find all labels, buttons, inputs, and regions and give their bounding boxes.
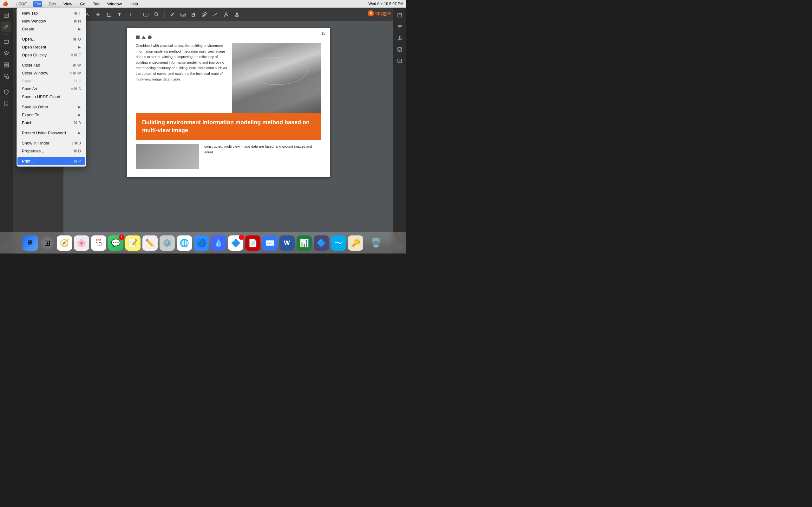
menu-shortcut-close-window: ⇧⌘ W (69, 71, 81, 75)
dropdown-overlay[interactable]: New Tab ⌘ T New Window ⌘ N Create ▶ Open… (0, 0, 406, 253)
menu-item-close-tab-label: Close Tab (22, 63, 40, 67)
menu-divider-6 (19, 156, 84, 156)
menu-item-protect-password[interactable]: Protect Using Password ▶ (17, 129, 85, 137)
menu-item-open[interactable]: Open... ⌘ O (17, 35, 85, 43)
menu-item-open-recent[interactable]: Open Recent ▶ (17, 43, 85, 51)
menu-item-save: Save... ⌘ S (17, 77, 85, 85)
menu-item-new-window-label: New Window (22, 19, 46, 23)
menu-item-open-quickly[interactable]: Open Quickly... ⇧⌘ F (17, 51, 85, 59)
menu-shortcut-show-finder: ⇧⌘ J (71, 141, 81, 146)
menu-item-open-quickly-label: Open Quickly... (22, 53, 50, 57)
menu-item-create[interactable]: Create ▶ (17, 25, 85, 33)
menu-shortcut-open: ⌘ O (73, 37, 81, 42)
menu-item-protect-label: Protect Using Password (22, 130, 66, 135)
menu-shortcut-save-as: ⇧⌘ S (70, 87, 81, 91)
file-dropdown-menu: New Tab ⌘ T New Window ⌘ N Create ▶ Open… (16, 8, 86, 167)
menu-item-save-cloud[interactable]: Save to UPDF Cloud (17, 93, 85, 101)
menu-shortcut-properties: ⌘ D (73, 149, 81, 153)
menu-item-new-tab[interactable]: New Tab ⌘ T (17, 9, 85, 17)
menu-item-save-as-label: Save As... (22, 87, 41, 91)
menu-item-properties-label: Properties... (22, 149, 44, 153)
menu-shortcut-close-tab: ⌘ W (72, 63, 81, 67)
menu-item-close-window[interactable]: Close Window ⇧⌘ W (17, 69, 85, 77)
menu-item-save-label: Save... (22, 78, 35, 83)
menu-item-export-to-label: Export To (22, 112, 39, 117)
menu-shortcut-print: ⌘ P (73, 159, 81, 164)
menu-item-batch[interactable]: Batch ⌘ B (17, 119, 85, 127)
menu-divider-1 (19, 34, 84, 34)
menu-item-close-tab[interactable]: Close Tab ⌘ W (17, 61, 85, 69)
menu-item-open-label: Open... (22, 37, 36, 42)
menu-item-export-to[interactable]: Export To ▶ (17, 111, 85, 119)
menu-arrow-export-to: ▶ (78, 113, 81, 117)
menu-item-properties[interactable]: Properties... ⌘ D (17, 147, 85, 155)
menu-item-new-tab-label: New Tab (22, 11, 38, 15)
menu-item-show-finder[interactable]: Show in Finder ⇧⌘ J (17, 139, 85, 147)
menu-item-batch-label: Batch (22, 120, 32, 125)
menu-arrow-open-recent: ▶ (78, 45, 81, 49)
menu-item-print[interactable]: Print... ⌘ P (17, 157, 85, 165)
menu-arrow-create: ▶ (78, 27, 81, 31)
menu-shortcut-batch: ⌘ B (73, 121, 81, 125)
menu-item-show-finder-label: Show in Finder (22, 141, 49, 146)
menu-divider-2 (19, 60, 84, 60)
menu-item-new-window[interactable]: New Window ⌘ N (17, 17, 85, 25)
menu-item-save-other[interactable]: Save as Other ▶ (17, 103, 85, 111)
menu-shortcut-open-quickly: ⇧⌘ F (70, 53, 81, 57)
menu-arrow-protect: ▶ (78, 131, 81, 135)
menu-arrow-save-other: ▶ (78, 105, 81, 109)
menu-item-save-as[interactable]: Save As... ⇧⌘ S (17, 85, 85, 93)
menu-item-open-recent-label: Open Recent (22, 45, 46, 49)
menu-item-create-label: Create (22, 26, 34, 32)
menu-item-save-cloud-label: Save to UPDF Cloud (22, 95, 60, 99)
menu-item-print-label: Print... (22, 159, 34, 164)
menu-item-close-window-label: Close Window (22, 71, 48, 75)
menu-shortcut-new-tab: ⌘ T (74, 11, 81, 15)
menu-item-save-other-label: Save as Other (22, 105, 48, 109)
menu-shortcut-new-window: ⌘ N (73, 19, 81, 23)
menu-divider-4 (19, 128, 84, 128)
menu-shortcut-save: ⌘ S (73, 79, 81, 83)
menu-divider-3 (19, 102, 84, 102)
menu-divider-5 (19, 138, 84, 138)
